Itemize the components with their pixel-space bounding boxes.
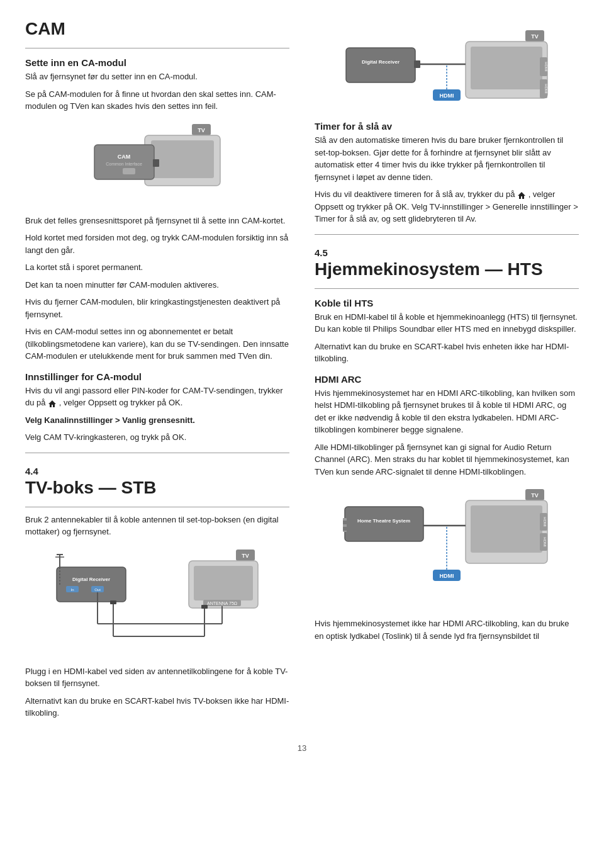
left-column: CAM Sette inn en CA-modul Slå av fjernsy… [25,19,289,724]
section1-p2: Se på CAM-modulen for å finne ut hvordan… [25,88,289,113]
timer-p2: Hvis du vil deaktivere timeren for å slå… [315,188,579,225]
svg-text:TV: TV [531,33,539,40]
section4b-p2: Alternativt kan du bruke en SCART-kabel … [25,695,289,719]
section2-p4: Det kan ta noen minutter før CAM-modulen… [25,279,289,291]
home-icon-2 [517,191,526,200]
cam-diagram-container: TV CAM Common Interface [25,123,289,205]
svg-text:ANTENNA 75Ω: ANTENNA 75Ω [207,601,237,606]
section5-p2: Alternativt kan du bruke en SCART-kabel … [315,341,579,365]
divider-right-1 [315,234,579,235]
svg-rect-44 [414,60,420,68]
svg-text:Common Interface: Common Interface [106,162,142,166]
svg-text:HDMI: HDMI [544,84,548,94]
svg-rect-58 [345,507,423,541]
svg-rect-33 [201,605,208,609]
divider-1 [25,48,289,48]
tvboks-diagram-container: TV ANTENNA 75Ω Digital Receiver In Out [25,548,289,655]
svg-rect-53 [471,505,542,553]
section2-p5: Hvis du fjerner CAM-modulen, blir kringk… [25,296,289,320]
svg-rect-32 [110,600,116,604]
section3-p1: Hvis du vil angi passord eller PIN-koder… [25,385,289,409]
koble-title: Koble til HTS [315,298,579,308]
timer-title: Timer for å slå av [315,121,579,132]
svg-text:HDMI: HDMI [543,537,547,547]
section1-p1: Slå av fjernsynet før du setter inn en C… [25,70,289,83]
svg-rect-8 [153,159,159,167]
svg-text:HDMI: HDMI [440,93,454,99]
section3-p3: Velg CAM TV-kringkasteren, og trykk på O… [25,431,289,444]
svg-text:Out: Out [94,588,101,592]
section2-p2: Hold kortet med forsiden mot deg, og try… [25,232,289,256]
section2-p6: Hvis en CAM-modul settes inn og abonneme… [25,325,289,363]
hdmi-arc-title: HDMI ARC [315,374,579,385]
svg-text:TV: TV [198,127,205,133]
section1-title: Sette inn en CA-modul [25,57,289,68]
divider-right-2 [315,288,579,289]
svg-text:CAM: CAM [118,154,131,160]
hdmi-arc-p1: Hvis hjemmekinosystemet har en HDMI ARC-… [315,387,579,436]
hts-diagram-container: TV HDMI HDMI Home Theatre System [315,488,579,607]
hdmi-top-diagram: TV HDMI HDMI Digital Receiver HDMI [340,29,554,111]
hts-diagram: TV HDMI HDMI Home Theatre System [340,488,554,607]
timer-p1: Slå av den automatiske timeren hvis du b… [315,134,579,183]
section5-p1: Bruk en HDMI-kabel til å koble et hjemme… [315,311,579,335]
page-number: 13 [25,743,579,753]
section3-title: Innstillinger for CA-modul [25,371,289,382]
page-layout: CAM Sette inn en CA-modul Slå av fjernsy… [25,19,579,724]
divider-2 [25,453,289,453]
section4-title: TV-boks — STB [25,478,289,498]
svg-rect-62 [343,527,347,531]
svg-rect-13 [194,566,253,600]
svg-text:Digital Receiver: Digital Receiver [72,577,110,582]
svg-rect-37 [471,47,542,89]
svg-rect-7 [123,168,135,174]
home-icon [48,399,57,408]
svg-text:Home Theatre System: Home Theatre System [357,518,410,524]
svg-marker-9 [48,400,56,407]
svg-text:Digital Receiver: Digital Receiver [362,59,400,65]
tvboks-diagram: TV ANTENNA 75Ω Digital Receiver In Out [50,548,264,655]
svg-marker-49 [518,192,525,199]
main-title: CAM [25,19,289,39]
hdmi-top-diagram-container: TV HDMI HDMI Digital Receiver HDMI [315,29,579,111]
section5-title: Hjemmekinosystem — HTS [315,259,579,279]
svg-text:HDMI: HDMI [440,573,454,579]
svg-text:HDMI: HDMI [543,517,547,527]
section4-p1: Bruk 2 antennekabler til å koble antenne… [25,514,289,538]
svg-text:TV: TV [242,553,249,559]
svg-text:In: In [70,588,74,592]
svg-text:HDMI: HDMI [544,62,548,72]
right-column: TV HDMI HDMI Digital Receiver HDMI [315,19,579,724]
svg-rect-16 [57,567,126,602]
section3-p2: Velg Kanalinnstillinger > Vanlig grenses… [25,414,289,427]
divider-3 [25,507,289,507]
section5b-p1: Hvis hjemmekinosystemet ikke har HDMI AR… [315,617,579,642]
section4b-p1: Plugg i en HDMI-kabel ved siden av anten… [25,665,289,690]
svg-text:TV: TV [531,492,539,499]
section2-p1: Bruk det felles grensesnittsporet på fje… [25,215,289,227]
svg-rect-3 [151,140,214,178]
cam-diagram: TV CAM Common Interface [88,123,226,205]
section2-p3: La kortet stå i sporet permanent. [25,261,289,274]
section5-number: 4.5 [315,247,579,258]
svg-rect-42 [346,48,415,82]
hdmi-arc-p2: Alle HDMI-tilkoblinger på fjernsynet kan… [315,441,579,478]
svg-rect-61 [343,521,347,524]
section4-number: 4.4 [25,466,289,476]
